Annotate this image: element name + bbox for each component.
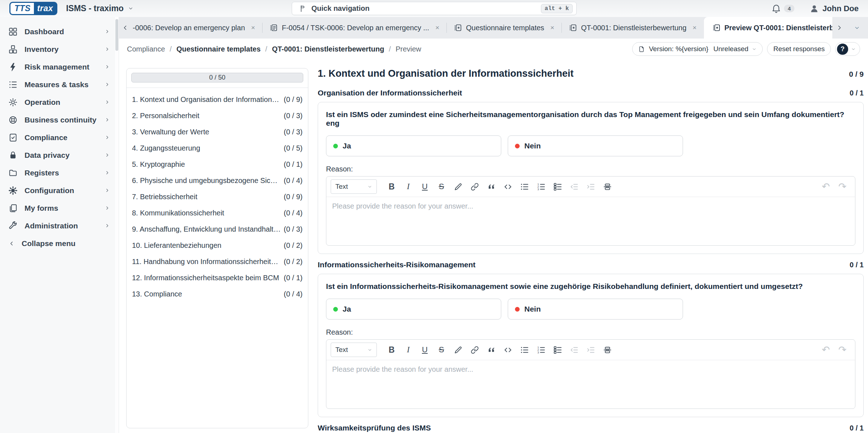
section-list-item[interactable]: 9. Anschaffung, Entwicklung und Instandh… bbox=[132, 221, 303, 237]
sidebar-item-registers[interactable]: Registers bbox=[0, 164, 119, 182]
close-icon[interactable]: × bbox=[693, 24, 697, 32]
questionnaire-progress-bar: 0 / 50 bbox=[131, 73, 303, 82]
highlight-button[interactable] bbox=[450, 343, 466, 357]
link-button[interactable] bbox=[466, 179, 483, 194]
text-style-select[interactable]: Text bbox=[331, 179, 377, 194]
section-list-item[interactable]: 13. Compliance (0 / 4) bbox=[132, 286, 303, 302]
horizontal-rule-button[interactable] bbox=[599, 179, 616, 194]
answer-ja-button[interactable]: Ja bbox=[326, 135, 501, 156]
blockquote-button[interactable] bbox=[483, 179, 499, 194]
strikethrough-button[interactable]: S bbox=[433, 343, 450, 357]
section-list-item[interactable]: 6. Physische und umgebungsbezogene Siche… bbox=[132, 173, 303, 189]
undo-button[interactable]: ↶ bbox=[818, 179, 834, 194]
code-block-button[interactable] bbox=[499, 343, 516, 357]
redo-button[interactable]: ↷ bbox=[834, 179, 851, 194]
horizontal-rule-button[interactable] bbox=[599, 343, 616, 357]
breadcrumb-item-questionnaire-templates[interactable]: Questionnaire templates bbox=[176, 45, 260, 53]
user-menu[interactable]: John Doe bbox=[810, 4, 859, 13]
quick-navigation-input[interactable]: Quick navigation alt + k bbox=[292, 2, 577, 15]
indent-button[interactable] bbox=[582, 179, 599, 194]
app-logo[interactable]: TTS trax bbox=[9, 2, 57, 15]
tab-scroll-right-button[interactable] bbox=[836, 24, 843, 31]
bold-button[interactable]: B bbox=[383, 179, 400, 194]
sidebar-item-operation[interactable]: Operation bbox=[0, 93, 119, 111]
sidebar-item-administration[interactable]: Administration bbox=[0, 217, 119, 235]
strikethrough-button[interactable]: S bbox=[433, 179, 450, 194]
blockquote-button[interactable] bbox=[483, 343, 499, 357]
indent-button[interactable] bbox=[582, 343, 599, 357]
editor-placeholder[interactable]: Please provide the reason for your answe… bbox=[326, 360, 855, 409]
undo-button[interactable]: ↶ bbox=[818, 343, 834, 357]
answer-nein-button[interactable]: Nein bbox=[508, 299, 683, 320]
section-count: (0 / 4) bbox=[284, 290, 303, 298]
sidebar-scrollbar[interactable] bbox=[115, 17, 119, 433]
answer-nein-button[interactable]: Nein bbox=[508, 135, 683, 156]
section-list-item[interactable]: 7. Betriebssicherheit (0 / 9) bbox=[132, 189, 303, 205]
sidebar-item-compliance[interactable]: Compliance bbox=[0, 129, 119, 146]
code-block-button[interactable] bbox=[499, 179, 516, 194]
section-list-item[interactable]: 3. Verwaltung der Werte (0 / 3) bbox=[132, 124, 303, 140]
version-select-button[interactable]: Version: %{version} Unreleased bbox=[632, 42, 763, 56]
sidebar-item-configuration[interactable]: Configuration bbox=[0, 182, 119, 199]
outdent-button[interactable] bbox=[566, 179, 582, 194]
sidebar-item-my-forms[interactable]: My forms bbox=[0, 199, 119, 217]
ordered-list-button[interactable]: 123 bbox=[533, 179, 549, 194]
highlight-button[interactable] bbox=[450, 179, 466, 194]
ordered-list-button[interactable]: 123 bbox=[533, 343, 549, 357]
sidebar-item-inventory[interactable]: Inventory bbox=[0, 40, 119, 58]
italic-button[interactable]: I bbox=[400, 343, 417, 357]
tab-scroll-left-button[interactable] bbox=[119, 17, 131, 39]
tab-f-0054-tsk-0006-develop-an-emergency[interactable]: F-0054 / TSK-0006: Develop an emergency … bbox=[263, 17, 446, 39]
section-list-item[interactable]: 4. Zugangssteuerung (0 / 5) bbox=[132, 140, 303, 156]
bell-icon[interactable] bbox=[771, 4, 781, 13]
sidebar-item-measures-tasks[interactable]: Measures & tasks bbox=[0, 76, 119, 93]
close-icon[interactable]: × bbox=[550, 24, 554, 32]
close-icon[interactable]: × bbox=[251, 24, 255, 32]
text-style-select[interactable]: Text bbox=[331, 343, 377, 357]
underline-button[interactable]: U bbox=[417, 343, 433, 357]
tab-questionnaire-templates[interactable]: Questionnaire templates × bbox=[447, 17, 561, 39]
bold-button[interactable]: B bbox=[383, 343, 400, 357]
tab-0006-develop-an-emergency-plan[interactable]: -0006: Develop an emergency plan × bbox=[131, 17, 262, 39]
answers: Ja Nein bbox=[326, 135, 855, 156]
tab-qt-0001-dienstleisterbewertung[interactable]: QT-0001: Dienstleisterbewertung × bbox=[562, 17, 704, 39]
redo-button[interactable]: ↷ bbox=[834, 343, 851, 357]
sidebar-item-dashboard[interactable]: Dashboard bbox=[0, 23, 119, 40]
section-list-item[interactable]: 10. Lieferantenbeziehungen (0 / 2) bbox=[132, 237, 303, 254]
bullet-list-button[interactable] bbox=[516, 179, 533, 194]
section-list-item[interactable]: 11. Handhabung von Informationssicherhei… bbox=[132, 254, 303, 270]
reset-responses-button[interactable]: Reset responses bbox=[767, 42, 831, 56]
sidebar-item-business-continuity[interactable]: Business continuity bbox=[0, 111, 119, 129]
outdent-button[interactable] bbox=[566, 343, 582, 357]
breadcrumb-separator: / bbox=[265, 45, 268, 53]
section-list-item[interactable]: 2. Personalsicherheit (0 / 3) bbox=[132, 108, 303, 124]
section-list-item[interactable]: 12. Informationssicherheitsaspekte beim … bbox=[132, 270, 303, 286]
help-menu-button[interactable]: ? bbox=[835, 42, 860, 56]
sidebar-item-data-privacy[interactable]: Data privacy bbox=[0, 146, 119, 164]
myforms-icon bbox=[8, 204, 18, 213]
italic-button[interactable]: I bbox=[400, 179, 417, 194]
section-list-item[interactable]: 1. Kontext und Organisation der Informat… bbox=[132, 91, 303, 108]
answers: Ja Nein bbox=[326, 299, 855, 320]
chevron-down-icon bbox=[851, 47, 856, 52]
collapse-menu-button[interactable]: Collapse menu bbox=[0, 235, 119, 252]
sidebar-item-risk-management[interactable]: Risk management bbox=[0, 58, 119, 76]
section-list-item[interactable]: 8. Kommunikationssicherheit (0 / 4) bbox=[132, 205, 303, 221]
editor-toolbar: Text BIUS123 ↶↷ bbox=[326, 340, 855, 360]
tab-preview-qt-0001-dienstleisterbewertung[interactable]: Preview QT-0001: Dienstleisterbewertung … bbox=[704, 17, 832, 39]
answer-ja-button[interactable]: Ja bbox=[326, 299, 501, 320]
editor-placeholder[interactable]: Please provide the reason for your answe… bbox=[326, 197, 855, 245]
tab-list-dropdown-button[interactable] bbox=[854, 25, 860, 31]
app-title-menu[interactable]: ISMS - traximo bbox=[66, 4, 133, 13]
breadcrumb-item-compliance[interactable]: Compliance bbox=[127, 45, 165, 53]
link-button[interactable] bbox=[466, 343, 483, 357]
underline-button[interactable]: U bbox=[417, 179, 433, 194]
bullet-list-button[interactable] bbox=[516, 343, 533, 357]
check-list-button[interactable] bbox=[549, 179, 566, 194]
section-label: 7. Betriebssicherheit bbox=[132, 193, 284, 201]
reason-label: Reason: bbox=[326, 165, 855, 173]
check-list-button[interactable] bbox=[549, 343, 566, 357]
breadcrumb-item-qt-0001-dienstleisterbewertung[interactable]: QT-0001: Dienstleisterbewertung bbox=[272, 45, 384, 53]
close-icon[interactable]: × bbox=[435, 24, 439, 32]
section-list-item[interactable]: 5. Kryptographie (0 / 1) bbox=[132, 156, 303, 173]
